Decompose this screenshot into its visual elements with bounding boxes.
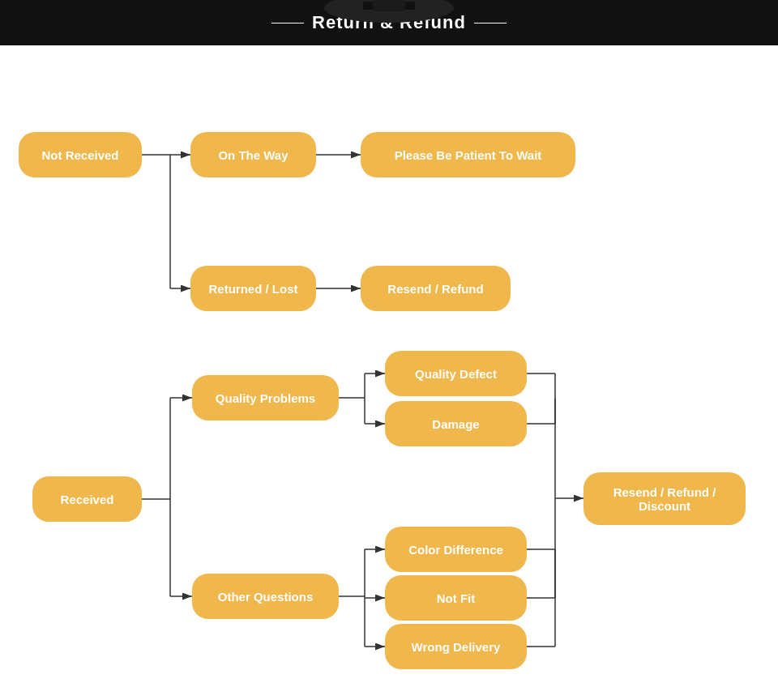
on-the-way-node: On The Way [190,132,316,177]
damage-node: Damage [385,401,527,446]
wrong-delivery-node: Wrong Delivery [385,624,527,669]
not-fit-node: Not Fit [385,575,527,621]
resend-refund-discount-node: Resend / Refund / Discount [584,472,746,525]
other-questions-node: Other Questions [192,574,339,619]
not-received-node: Not Received [19,132,142,177]
svg-rect-2 [363,2,373,10]
quality-defect-node: Quality Defect [385,351,527,396]
diagram: Not Received On The Way Please Be Patien… [0,45,778,700]
resend-refund-node: Resend / Refund [361,266,511,311]
svg-rect-1 [373,0,405,11]
header: Return & Refund [0,0,778,45]
quality-problems-node: Quality Problems [192,375,339,420]
svg-rect-3 [405,2,415,10]
please-be-patient-node: Please Be Patient To Wait [361,132,575,177]
returned-lost-node: Returned / Lost [190,266,316,311]
color-difference-node: Color Difference [385,527,527,572]
received-node: Received [32,476,142,522]
